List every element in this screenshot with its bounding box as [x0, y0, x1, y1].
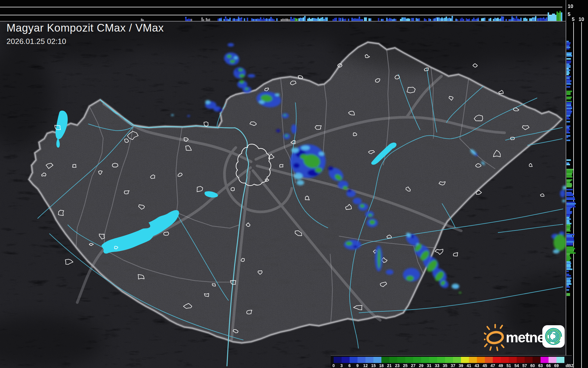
vmax-cell — [566, 184, 572, 186]
legend-swatch — [397, 357, 405, 363]
map-toppanel-divider — [0, 21, 566, 22]
vmax-cell — [535, 16, 536, 17]
vmax-cell — [566, 180, 571, 181]
vmax-cell — [566, 223, 571, 224]
legend-tick-label: 66 — [546, 363, 551, 368]
vmax-cell — [566, 47, 570, 48]
vmax-cell — [566, 173, 572, 175]
radar-echo-blue — [228, 43, 234, 47]
radar-echo-cyan — [452, 284, 459, 289]
legend-tick-label: 39 — [459, 363, 463, 368]
vmax-cell — [543, 17, 544, 19]
vmax-cell — [566, 91, 572, 92]
vmax-cell — [566, 130, 569, 132]
vmax-cell — [566, 295, 570, 296]
vmax-cell — [566, 248, 575, 249]
vmax-cell — [566, 45, 569, 47]
legend-swatch — [358, 357, 365, 363]
vmax-cell — [566, 102, 571, 103]
legend-swatch — [381, 357, 389, 363]
vmax-cell — [566, 193, 573, 195]
legend-swatch — [485, 357, 493, 363]
vmax-cell — [556, 12, 558, 21]
vmax-cell — [566, 244, 573, 246]
radar-echo-green — [239, 80, 244, 84]
vmax-cell — [552, 14, 554, 21]
vmax-cell — [566, 58, 571, 60]
right-axis-tick-10: 10 — [579, 17, 584, 22]
legend-tick-label: 49 — [498, 363, 503, 368]
vmax-cell — [566, 94, 571, 95]
radar-echo-cyan — [294, 173, 303, 179]
vmax-axis-corner: 10 5 5 10 — [562, 0, 588, 22]
radar-echo-green — [283, 114, 286, 116]
vmax-cell — [566, 98, 571, 99]
vmax-cell — [566, 205, 575, 206]
vmax-cell — [566, 264, 571, 266]
radar-echo-green — [315, 167, 322, 173]
vmax-cell — [566, 274, 569, 275]
radar-echo-navy — [347, 189, 352, 192]
vmax-cell — [566, 220, 569, 221]
radar-echo-blue — [291, 124, 297, 134]
vmax-cell — [566, 108, 572, 109]
vmax-cell — [566, 55, 572, 57]
vmax-cell — [290, 17, 292, 18]
legend-swatch — [413, 357, 421, 363]
vmax-cell — [185, 17, 187, 18]
vmax-cell — [566, 280, 571, 282]
vmax-cell — [566, 199, 575, 200]
radar-echo-navy — [353, 246, 358, 248]
vmax-cell — [566, 258, 571, 259]
radar-echo-cyan — [297, 180, 304, 185]
legend-tick-label: 18 — [379, 363, 384, 368]
vmax-cell — [566, 42, 571, 44]
vmax-cell — [566, 224, 570, 226]
radar-echo-green — [360, 204, 365, 208]
legend-tick-label: 54 — [514, 363, 519, 368]
dbz-color-legend: 0369121518212325272931333537394143454749… — [331, 355, 572, 368]
radar-echo-cyan — [275, 93, 280, 96]
vmax-cell — [566, 92, 571, 94]
vmax-cell — [566, 118, 570, 120]
vmax-cell — [566, 261, 571, 263]
vmax-cell — [566, 135, 570, 137]
vmax-cell — [566, 183, 572, 184]
vmax-cell — [566, 125, 570, 127]
vmax-cell — [566, 66, 571, 68]
radar-echo-cyan — [291, 148, 299, 153]
vmax-cell — [566, 207, 572, 208]
vmax-cell — [566, 105, 571, 106]
vmax-cell — [554, 14, 555, 21]
vmax-cell — [566, 249, 574, 251]
vmax-cell — [566, 189, 573, 190]
vmax-cell — [548, 12, 549, 21]
vmax-cell — [566, 74, 569, 75]
vmax-cell — [270, 17, 272, 18]
vmax-cell — [566, 62, 571, 63]
legend-unit-label: dBZ — [566, 363, 574, 368]
vmax-cell — [566, 269, 572, 270]
legend-swatch — [493, 357, 501, 363]
title-block: Magyar Kompozit CMax / VMax 2026.01.25 0… — [6, 22, 164, 46]
legend-swatch — [421, 357, 429, 363]
vmax-cell — [566, 226, 571, 227]
vmax-cell — [566, 282, 571, 283]
vmax-cell — [566, 106, 572, 108]
vmax-cell — [566, 54, 571, 55]
vmax-cell — [566, 115, 570, 117]
vmax-cell — [549, 15, 551, 21]
vmax-cell — [206, 18, 207, 19]
legend-swatch — [517, 357, 525, 363]
hungary-radar-map — [0, 0, 588, 368]
legend-tick-label: 25 — [403, 363, 408, 368]
legend-swatch — [469, 357, 477, 363]
vmax-cell — [566, 266, 571, 267]
vmax-cell — [566, 259, 570, 261]
legend-tick-label: 63 — [538, 363, 543, 368]
legend-tick-label: 12 — [363, 363, 368, 368]
radar-echo-blue — [386, 269, 393, 275]
vmax-cell — [566, 41, 569, 42]
app-icon — [542, 325, 565, 348]
vmax-cell — [566, 121, 570, 122]
